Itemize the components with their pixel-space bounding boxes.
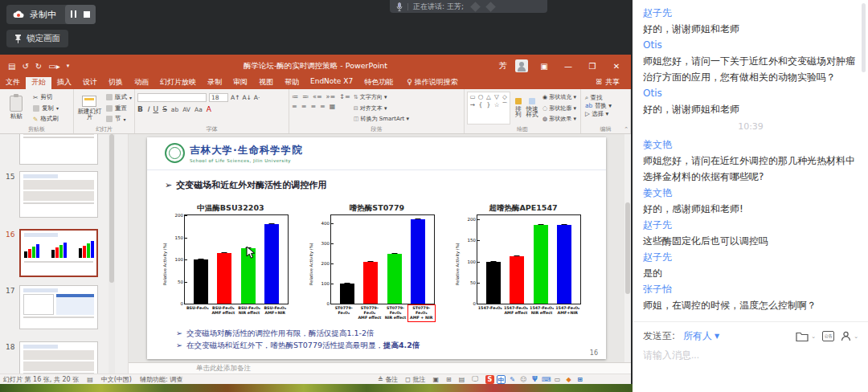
paste-button[interactable]: 粘贴 [2, 92, 30, 124]
reset-button[interactable]: 重置 [106, 104, 132, 112]
tab-审阅[interactable]: 审阅 [227, 76, 253, 89]
thumbnail-slide-18[interactable] [19, 341, 98, 374]
pause-recording-button[interactable] [71, 10, 76, 19]
redo-icon[interactable]: ↻ [35, 62, 42, 71]
share-button[interactable]: ꕤ共享 [585, 77, 632, 89]
tab-插入[interactable]: 插入 [51, 76, 77, 89]
tab-特色功能[interactable]: 特色功能 [358, 76, 399, 89]
align-left-icon[interactable]: ≡ [292, 103, 297, 110]
find-button[interactable]: ⌕ 查找 [585, 94, 626, 102]
tab-文件[interactable]: 文件 [0, 76, 26, 89]
cut-button[interactable]: ✂剪切 [33, 93, 59, 101]
shape-fill-button[interactable]: ◉ 形状填充 ▾ [542, 93, 576, 101]
tab-设计[interactable]: 设计 [77, 76, 103, 89]
notes-toggle[interactable]: ≜ 备注 [378, 375, 398, 384]
keyboard-icon[interactable]: ⌨ [542, 375, 551, 384]
tab-EndNote X7[interactable]: EndNote X7 [305, 76, 358, 89]
shape-gallery[interactable]: ▭○△▽◇ →{}☆⌒ [467, 92, 510, 125]
folder-icon[interactable] [796, 331, 809, 341]
thumbnail-slide-partial[interactable] [19, 134, 98, 165]
spellcheck-icon[interactable]: ▤ [87, 376, 93, 383]
voice-input-icon[interactable]: Ψ [530, 375, 539, 384]
tab-录制[interactable]: 录制 [202, 76, 227, 89]
chat-scrollbar[interactable] [862, 3, 866, 72]
smartart-button[interactable]: ◫ 转换为 SmartArt ▾ [354, 115, 409, 123]
align-center-icon[interactable]: ≡ [301, 103, 307, 110]
close-button[interactable]: ✕ [608, 62, 624, 71]
tab-切换[interactable]: 切换 [103, 76, 129, 89]
language-status[interactable]: 中文(中国) [101, 375, 132, 384]
font-name-combobox[interactable] [137, 93, 207, 102]
section-button[interactable]: 节▾ [106, 115, 132, 123]
save-icon[interactable]: ▤ [8, 62, 15, 71]
shape-effects-button[interactable]: ◍ 形状效果 ▾ [542, 115, 576, 123]
thumbnail-scrollbar[interactable] [108, 134, 115, 374]
indent-more-icon[interactable]: »≡ [326, 93, 336, 100]
layout-button[interactable]: 版式▾ [106, 93, 132, 101]
send-to-dropdown[interactable]: 所有人 [683, 329, 712, 343]
font-size-combobox[interactable]: 18 [209, 93, 228, 102]
shrink-font-icon[interactable]: A↓ [242, 94, 251, 101]
line-spacing-icon[interactable]: ↕≡ [339, 93, 350, 100]
select-button[interactable]: ▷ 选择 ▾ [585, 110, 626, 118]
chat-input[interactable] [643, 349, 858, 361]
lock-screen-button[interactable]: 锁定画面 [6, 30, 68, 47]
change-case-button[interactable]: Aa [194, 106, 203, 113]
grow-font-icon[interactable]: A↑ [231, 94, 240, 101]
indent-less-icon[interactable]: «≡ [313, 93, 322, 100]
new-slide-button[interactable]: 新建幻灯片 [76, 92, 103, 124]
arrange-button[interactable]: 排列 [513, 92, 523, 124]
shape-outline-button[interactable]: ◌ 形状轮廓 ▾ [542, 104, 576, 112]
tab-帮助[interactable]: 帮助 [279, 76, 305, 89]
reading-view-button[interactable]: ▤ [459, 376, 465, 383]
slide-canvas[interactable]: 吉林大学·生命科学学院 School of Life Sciences, Jil… [147, 137, 606, 359]
align-right-icon[interactable]: ≡ [310, 103, 316, 110]
start-slideshow-icon[interactable]: ▭▸ [48, 62, 59, 71]
replace-button[interactable]: ab 替换 ▾ [585, 102, 626, 110]
text-shadow-button[interactable]: ab [171, 106, 178, 113]
thumbnail-slide-17[interactable] [19, 285, 98, 329]
notes-input[interactable]: 单击此处添加备注 [129, 362, 631, 374]
normal-view-button[interactable]: ▣ [432, 376, 439, 383]
bullets-icon[interactable]: ≔ [292, 93, 298, 100]
slideshow-view-button[interactable]: 🖵 [472, 375, 478, 383]
font-color-button[interactable]: A [207, 105, 211, 113]
tab-动画[interactable]: 动画 [129, 76, 154, 89]
clear-formatting-icon[interactable]: A· [254, 94, 260, 101]
italic-button[interactable]: I [147, 105, 149, 113]
bold-button[interactable]: B [137, 105, 143, 113]
tab-视图[interactable]: 视图 [253, 76, 279, 89]
minimize-button[interactable]: — [560, 62, 576, 71]
tab-开始[interactable]: 开始 [26, 76, 51, 89]
stop-recording-button[interactable] [84, 10, 90, 19]
chat-messages[interactable]: 赵子先好的，谢谢师姐和老师Otis师姐您好，请问一下关于近红外和交变磁场对肿瘤治… [633, 0, 868, 321]
numbering-icon[interactable]: ≕ [302, 93, 309, 100]
restore-button[interactable]: ❐ [584, 62, 600, 71]
strikethrough-button[interactable]: S [162, 105, 167, 113]
announcement-icon[interactable]: 公告 [822, 331, 834, 341]
tray-window-icon[interactable]: ▭ [553, 375, 562, 384]
display-grid-icon[interactable]: ⊞ [575, 375, 584, 384]
align-text-button[interactable]: ⊟ 对齐文本 ▾ [354, 104, 409, 112]
collapse-ribbon-icon[interactable]: ⌃ [624, 126, 628, 133]
text-direction-button[interactable]: ⇅ 文字方向 ▾ [354, 93, 409, 101]
accessibility-status[interactable]: 辅助功能: 调查 [140, 375, 182, 384]
slide-scrollbar[interactable] [624, 134, 631, 362]
emoji-icon[interactable]: ☺ [519, 375, 528, 384]
character-spacing-button[interactable]: AV [182, 106, 190, 113]
format-painter-button[interactable]: ✎格式刷 [33, 115, 59, 123]
thumbnail-slide-16[interactable] [19, 229, 98, 277]
slide-thumbnails-panel[interactable]: 15161718 [0, 134, 129, 374]
justify-icon[interactable]: ≡ [320, 103, 326, 110]
slide-sorter-view-button[interactable]: ⊞ [446, 376, 452, 383]
undo-icon[interactable]: ↺ [22, 62, 28, 71]
ribbon-display-options-icon[interactable]: ▣ [536, 62, 552, 71]
copy-button[interactable]: 复制▾ [33, 104, 59, 112]
columns-icon[interactable]: ▦ [330, 103, 336, 110]
quick-styles-button[interactable]: 快速样式 [526, 92, 538, 124]
sogou-icon[interactable]: S [485, 375, 494, 384]
underline-button[interactable]: U [154, 105, 159, 113]
avatar[interactable] [515, 59, 528, 72]
security-shield-icon[interactable]: ◆ [564, 375, 573, 384]
tell-me-search[interactable]: ♀ 操作说明搜索 [407, 77, 457, 89]
